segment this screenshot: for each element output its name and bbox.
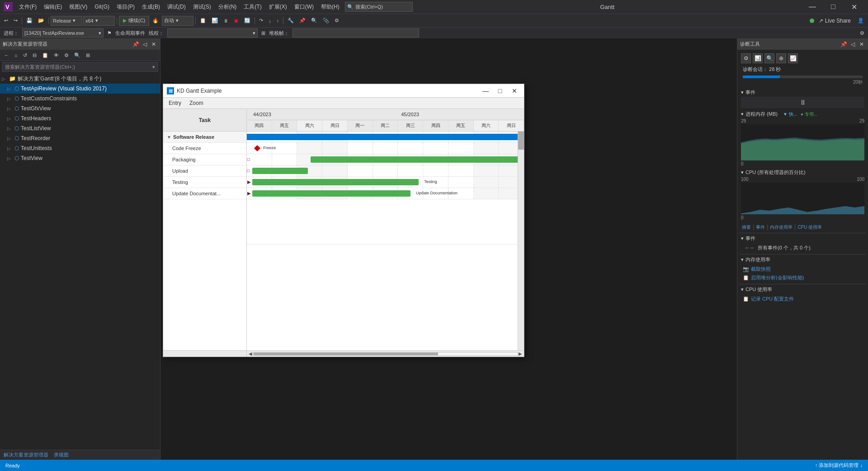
step-out-btn[interactable]: ↑ bbox=[274, 16, 282, 26]
menu-view[interactable]: 视图(V) bbox=[66, 1, 91, 13]
gantt-bar-upload[interactable] bbox=[252, 168, 308, 174]
close-panel-btn[interactable]: ✕ bbox=[150, 41, 157, 48]
sol-props-btn[interactable]: 📋 bbox=[40, 50, 51, 60]
sol-back-btn[interactable]: ← bbox=[2, 50, 11, 60]
scroll-left-btn[interactable]: ◀ bbox=[249, 351, 252, 356]
project-item-5[interactable]: ▷ ⬡ TestReorder bbox=[0, 133, 160, 143]
step-over-btn[interactable]: ↷ bbox=[257, 16, 265, 26]
play-btn[interactable]: ▶ 继续(C) bbox=[119, 16, 149, 26]
gantt-menu-entry[interactable]: Entry bbox=[165, 99, 185, 108]
toolbar-icon-4[interactable]: 📌 bbox=[297, 16, 308, 26]
footer-solution-tab[interactable]: 解决方案资源管理器 bbox=[4, 452, 48, 458]
window-maximize[interactable]: □ bbox=[823, 0, 844, 14]
menu-help[interactable]: 帮助(H) bbox=[317, 1, 343, 13]
diag-search-btn[interactable]: 🔍 bbox=[764, 53, 774, 63]
toolbar-icon-5[interactable]: 🔍 bbox=[309, 16, 320, 26]
solution-search-box[interactable]: 搜索解决方案资源管理器(Ctrl+;) ▾ bbox=[2, 62, 158, 72]
project-item-4[interactable]: ▷ ⬡ TestListView bbox=[0, 123, 160, 133]
undo-btn[interactable]: ↩ bbox=[2, 16, 10, 26]
menu-test[interactable]: 测试(S) bbox=[189, 1, 215, 13]
diag-auto-hide-btn[interactable]: ◁ bbox=[849, 41, 856, 48]
thread-selector[interactable]: ▾ bbox=[167, 28, 258, 38]
sol-home-btn[interactable]: ⌂ bbox=[12, 50, 20, 60]
gantt-bar-packaging[interactable] bbox=[311, 156, 519, 163]
project-item-0[interactable]: ▷ ⬡ TestApiReview (Visual Studio 2017) bbox=[0, 84, 160, 94]
toolbar-icon-1[interactable]: 📋 bbox=[198, 16, 208, 26]
gantt-right-scrollbar[interactable] bbox=[518, 132, 524, 350]
menu-window[interactable]: 窗口(W) bbox=[291, 1, 317, 13]
gantt-menu-zoom[interactable]: Zoom bbox=[186, 99, 207, 108]
menu-git[interactable]: Git(G) bbox=[91, 2, 113, 12]
save-btn[interactable]: 💾 bbox=[24, 16, 35, 26]
gantt-maximize-btn[interactable]: □ bbox=[494, 86, 506, 96]
project-item-3[interactable]: ▷ ⬡ TestHeaders bbox=[0, 113, 160, 123]
step-into-btn[interactable]: ↓ bbox=[266, 16, 274, 26]
toolbar-icon-3[interactable]: 🔧 bbox=[285, 16, 296, 26]
solution-root-item[interactable]: ▷ 📁 解决方案'Gantt'(8 个项目，共 8 个) bbox=[0, 74, 160, 84]
menu-file[interactable]: 文件(F) bbox=[15, 1, 40, 13]
task-packaging[interactable]: Packaging bbox=[163, 154, 246, 165]
gantt-bar-software-release[interactable] bbox=[247, 134, 524, 140]
project-item-6[interactable]: ▷ ⬡ TestUnittests bbox=[0, 143, 160, 153]
tab-summary[interactable]: 摘要 bbox=[741, 224, 752, 231]
pin-btn[interactable]: 📌 bbox=[132, 41, 139, 48]
diag-pin-btn[interactable]: 📌 bbox=[840, 41, 847, 48]
snapshot-btn[interactable]: 📷 截取快照 bbox=[741, 265, 864, 273]
footer-class-tab[interactable]: 类视图 bbox=[54, 452, 69, 458]
tab-cpu-usage[interactable]: CPU 使用率 bbox=[797, 224, 823, 231]
open-btn[interactable]: 📂 bbox=[36, 16, 47, 26]
task-testing[interactable]: Testing bbox=[163, 177, 246, 188]
heap-analysis-btn[interactable]: 📋 启用堆分析(会影响性能) bbox=[741, 273, 864, 282]
menu-project[interactable]: 项目(P) bbox=[113, 1, 138, 13]
task-code-freeze[interactable]: Code Freeze bbox=[163, 143, 246, 154]
menu-analyze[interactable]: 分析(N) bbox=[215, 1, 241, 13]
cpu-profile-btn[interactable]: 📋 记录 CPU 配置文件 bbox=[741, 295, 864, 303]
toolbar-icon-2[interactable]: 📊 bbox=[209, 16, 220, 26]
platform-dropdown[interactable]: x64 ▾ bbox=[83, 16, 115, 26]
redo-btn[interactable]: ↪ bbox=[11, 16, 20, 26]
live-share-btn[interactable]: ↗ Live Share bbox=[815, 18, 854, 24]
project-item-2[interactable]: ▷ ⬡ TestGfxView bbox=[0, 104, 160, 113]
sol-refresh-btn[interactable]: ↺ bbox=[21, 50, 29, 60]
tab-events[interactable]: 事件 bbox=[755, 224, 766, 231]
sol-expand-btn[interactable]: ⊞ bbox=[84, 50, 92, 60]
diag-chart-btn[interactable]: 📈 bbox=[788, 53, 798, 63]
project-item-1[interactable]: ▷ ⬡ TestCustomConstraints bbox=[0, 94, 160, 104]
account-btn[interactable]: 👤 bbox=[855, 16, 866, 26]
stack-selector[interactable] bbox=[292, 28, 419, 38]
toolbar-icon-6[interactable]: 📎 bbox=[321, 16, 331, 26]
gantt-close-btn[interactable]: ✕ bbox=[509, 86, 520, 96]
toolbar-icon-7[interactable]: ⚙ bbox=[332, 16, 341, 26]
sol-show-all-btn[interactable]: 👁 bbox=[52, 50, 61, 60]
project-item-7[interactable]: ▷ ⬡ TestView bbox=[0, 153, 160, 163]
diag-close-btn[interactable]: ✕ bbox=[858, 41, 865, 48]
menu-tools[interactable]: 工具(T) bbox=[240, 1, 265, 13]
gantt-bar-update-doc[interactable] bbox=[252, 190, 410, 197]
gantt-minimize-btn[interactable]: — bbox=[480, 86, 491, 96]
pause-btn[interactable]: ⏸ bbox=[221, 16, 231, 26]
scroll-track[interactable] bbox=[253, 352, 518, 356]
restart-btn[interactable]: 🔄 bbox=[242, 16, 253, 26]
fire-icon-btn[interactable]: 🔥 bbox=[150, 16, 161, 26]
task-upload[interactable]: Upload bbox=[163, 165, 246, 177]
status-git[interactable]: ↑ 添加到源代码管理 ↓ bbox=[813, 462, 864, 469]
search-box[interactable]: 🔍 搜索(Ctrl+Q) bbox=[345, 2, 413, 12]
diag-play-btn[interactable]: 📊 bbox=[753, 53, 763, 63]
stop-btn[interactable]: ⏹ bbox=[231, 16, 241, 26]
tab-memory-usage[interactable]: 内存使用率 bbox=[769, 224, 793, 231]
status-ready[interactable]: Ready bbox=[4, 463, 22, 468]
menu-debug[interactable]: 调试(D) bbox=[164, 1, 189, 13]
gantt-bottom-scrollbar[interactable]: ◀ ▶ bbox=[247, 350, 524, 357]
menu-build[interactable]: 生成(B) bbox=[138, 1, 164, 13]
config-dropdown[interactable]: Release ▾ bbox=[51, 16, 82, 26]
window-minimize[interactable]: — bbox=[802, 0, 823, 14]
mode-dropdown[interactable]: 自动 ▾ bbox=[162, 16, 193, 26]
sol-find-btn[interactable]: 🔍 bbox=[72, 50, 83, 60]
window-close[interactable]: ✕ bbox=[844, 0, 864, 14]
diag-settings-btn[interactable]: ⚙ bbox=[741, 53, 751, 63]
menu-edit[interactable]: 编辑(E) bbox=[40, 1, 66, 13]
gantt-left-scrollbar[interactable] bbox=[163, 350, 246, 357]
process-selector[interactable]: [13420] TestApiReview.exe ▾ bbox=[22, 28, 104, 38]
task-software-release[interactable]: ▼ Software Release bbox=[163, 132, 246, 143]
gantt-bar-testing[interactable] bbox=[252, 179, 419, 185]
